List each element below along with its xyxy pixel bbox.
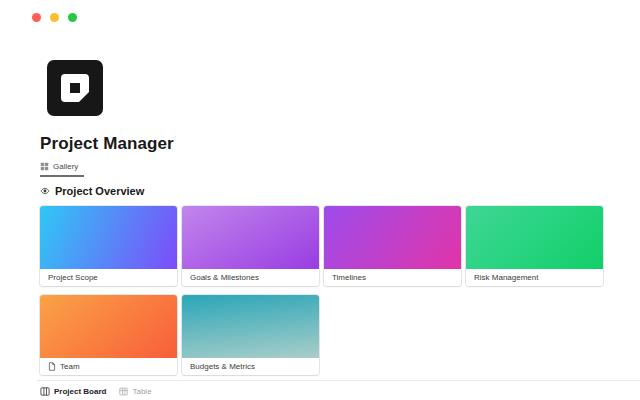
tab-gallery[interactable]: Gallery bbox=[40, 159, 84, 177]
tab-table[interactable]: Table bbox=[119, 387, 151, 396]
close-button[interactable] bbox=[32, 13, 41, 22]
page-title: Project Manager bbox=[40, 135, 603, 153]
card-cover bbox=[40, 206, 177, 269]
board-section-title: Project Board bbox=[54, 387, 106, 396]
card-title-row: Risk Management bbox=[466, 269, 603, 286]
view-tab-bar: Gallery bbox=[40, 159, 603, 177]
card-title-row: Team bbox=[40, 358, 177, 375]
page-logo-icon[interactable] bbox=[47, 60, 103, 116]
zoom-button[interactable] bbox=[68, 13, 77, 22]
gallery-card-risk-management[interactable]: Risk Management bbox=[466, 206, 603, 286]
table-icon bbox=[119, 387, 128, 396]
card-title: Timelines bbox=[332, 273, 366, 282]
page-content: Project Manager Gallery Project Overview bbox=[0, 60, 640, 375]
minimize-button[interactable] bbox=[50, 13, 59, 22]
gallery-grid: Project Scope Goals & Milestones Timelin… bbox=[40, 206, 603, 375]
gallery-card-timelines[interactable]: Timelines bbox=[324, 206, 461, 286]
card-title-row: Budgets & Metrics bbox=[182, 358, 319, 375]
eye-icon bbox=[40, 186, 50, 196]
window-controls bbox=[32, 13, 77, 22]
section-divider bbox=[37, 380, 640, 381]
card-cover bbox=[182, 206, 319, 269]
card-cover bbox=[182, 295, 319, 358]
card-title-row: Goals & Milestones bbox=[182, 269, 319, 286]
card-title: Budgets & Metrics bbox=[190, 362, 255, 371]
card-title: Project Scope bbox=[48, 273, 98, 282]
board-section-toggle[interactable]: Project Board bbox=[40, 387, 106, 396]
board-section-header: Project Board Table bbox=[40, 387, 603, 396]
card-cover bbox=[466, 206, 603, 269]
card-cover bbox=[324, 206, 461, 269]
card-title-row: Timelines bbox=[324, 269, 461, 286]
overview-section-title: Project Overview bbox=[55, 185, 144, 197]
gallery-card-project-scope[interactable]: Project Scope bbox=[40, 206, 177, 286]
page-icon bbox=[48, 362, 56, 371]
gallery-card-goals-milestones[interactable]: Goals & Milestones bbox=[182, 206, 319, 286]
gallery-card-budgets-metrics[interactable]: Budgets & Metrics bbox=[182, 295, 319, 375]
card-title: Goals & Milestones bbox=[190, 273, 259, 282]
gallery-card-team[interactable]: Team bbox=[40, 295, 177, 375]
gallery-icon bbox=[40, 162, 49, 171]
tab-gallery-label: Gallery bbox=[53, 162, 78, 171]
card-title-row: Project Scope bbox=[40, 269, 177, 286]
card-title: Risk Management bbox=[474, 273, 538, 282]
overview-section-header: Project Overview bbox=[40, 185, 603, 197]
card-cover bbox=[40, 295, 177, 358]
card-title: Team bbox=[60, 362, 80, 371]
board-icon bbox=[40, 387, 50, 396]
tab-table-label: Table bbox=[132, 387, 151, 396]
